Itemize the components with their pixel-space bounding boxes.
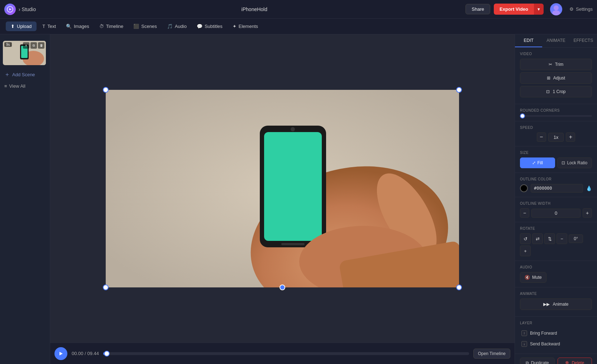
toolbar-elements[interactable]: ✦ Elements: [228, 21, 262, 31]
tab-effects[interactable]: EFFECTS: [570, 34, 597, 47]
rotate-section: ROTATE ↺ ⇄ ⇅ − 0° +: [515, 222, 597, 261]
tab-edit[interactable]: EDIT: [515, 34, 542, 47]
scenes-label: Scenes: [141, 24, 157, 29]
scene-delete-icon[interactable]: 🗑: [38, 42, 44, 49]
toolbar-upload[interactable]: ⬆ Upload: [6, 21, 37, 31]
delete-icon: 🗑: [565, 360, 569, 364]
toolbar-images[interactable]: 🔍 Images: [62, 21, 94, 31]
rotate-label: ROTATE: [520, 227, 592, 230]
handle-bottom-center[interactable]: [280, 285, 285, 290]
rotate-controls: ↺ ⇄ ⇅ − 0° +: [520, 233, 592, 256]
send-backward-button[interactable]: ↓ Send Backward: [520, 339, 592, 349]
animate-button[interactable]: ▶▶ Animate: [520, 299, 592, 310]
outline-width-decrease[interactable]: −: [520, 208, 529, 218]
scene-thumb-controls: ≡ ⧉ 🗑: [23, 42, 44, 49]
speed-controls: − 1x +: [520, 132, 592, 142]
toolbar-scenes[interactable]: ⬛ Scenes: [129, 21, 161, 31]
handle-bottom-left[interactable]: [103, 285, 109, 290]
canvas-frame[interactable]: [105, 89, 460, 288]
animate-btn-label: Animate: [553, 302, 568, 307]
animate-section-label: ANIMATE: [520, 292, 592, 296]
fill-button[interactable]: ⤢ Fill: [520, 157, 555, 168]
right-panel: EDIT ANIMATE EFFECTS VIDEO ✂ Trim ⊞ Adju…: [515, 34, 597, 364]
outline-width-value: 0: [531, 209, 581, 218]
audio-label: Audio: [175, 24, 187, 29]
duplicate-button[interactable]: ⧉ Duplicate: [520, 358, 555, 364]
share-button[interactable]: Share: [465, 4, 490, 14]
footer-actions: ⧉ Duplicate 🗑 Delete: [515, 354, 597, 364]
lock-ratio-button[interactable]: ⊡ Lock Ratio: [557, 157, 592, 168]
outline-width-increase[interactable]: +: [583, 208, 592, 218]
rounded-corners-slider-wrap: [520, 115, 592, 117]
speed-increase-button[interactable]: +: [566, 132, 575, 142]
rotate-ccw-button[interactable]: ↺: [520, 233, 531, 244]
timeline-thumb[interactable]: [104, 351, 110, 356]
add-scene-label: Add Scene: [12, 72, 35, 77]
tab-animate[interactable]: ANIMATE: [542, 34, 569, 47]
toolbar-text[interactable]: T Text: [38, 21, 60, 31]
scenes-icon: ⬛: [133, 24, 139, 29]
scene-list-icon[interactable]: ≡: [23, 42, 29, 49]
outline-width-stepper: − 0 +: [520, 208, 592, 218]
handle-top-left[interactable]: [103, 87, 109, 93]
current-time: 00.00: [72, 351, 83, 356]
trim-button[interactable]: ✂ Trim: [520, 59, 592, 70]
timeline-track[interactable]: [103, 352, 469, 355]
elements-icon: ✦: [233, 24, 237, 29]
settings-label: Settings: [576, 6, 593, 12]
subtitles-label: Subtitles: [205, 24, 223, 29]
rotate-degrees-decrease[interactable]: −: [557, 233, 567, 244]
crop-icon: ⊡: [546, 89, 550, 94]
handle-top-right[interactable]: [456, 87, 462, 93]
canvas-video: [106, 90, 459, 287]
toolbar-subtitles[interactable]: 💬 Subtitles: [192, 21, 227, 31]
view-all-button[interactable]: ≡ View All: [0, 81, 50, 91]
adjust-button[interactable]: ⊞ Adjust: [520, 72, 592, 84]
logo-icon: [4, 4, 16, 15]
trim-icon: ✂: [549, 62, 552, 67]
upload-icon: ⬆: [11, 24, 15, 29]
crop-label: 1 Crop: [553, 89, 565, 94]
rounded-corners-slider[interactable]: [520, 115, 592, 117]
eyedropper-icon[interactable]: 💧: [586, 185, 592, 191]
bring-forward-label: Bring Forward: [530, 331, 557, 336]
canvas-area: 00.00 / 09.44 Open Timeline: [50, 34, 515, 364]
animate-section: ANIMATE ▶▶ Animate: [515, 287, 597, 317]
gear-icon: ⚙: [569, 6, 574, 12]
panel-tabs: EDIT ANIMATE EFFECTS: [515, 34, 597, 48]
toolbar-audio[interactable]: 🎵 Audio: [163, 21, 191, 31]
svg-rect-15: [281, 243, 305, 245]
delete-button[interactable]: 🗑 Delete: [558, 358, 592, 364]
duplicate-icon: ⧉: [526, 360, 529, 364]
crop-button[interactable]: ⊡ 1 Crop: [520, 86, 592, 97]
export-dropdown-button[interactable]: ▾: [534, 4, 544, 15]
export-button[interactable]: Export Video: [494, 4, 534, 15]
add-scene-button[interactable]: ＋ Add Scene: [0, 68, 50, 81]
view-all-icon: ≡: [4, 83, 7, 89]
bring-forward-button[interactable]: ↑ Bring Forward: [520, 328, 592, 339]
toolbar-timeline[interactable]: ⏱ Timeline: [95, 21, 128, 31]
rotate-degrees-value: 0°: [569, 234, 583, 243]
size-label: SIZE: [520, 151, 592, 155]
project-title: iPhoneHold: [43, 6, 465, 12]
rotate-flip-h-button[interactable]: ⇄: [532, 233, 543, 244]
rotate-flip-v-button[interactable]: ⇅: [544, 233, 555, 244]
outline-color-label: OUTLINE COLOR: [520, 177, 592, 181]
time-display: 00.00 / 09.44: [72, 351, 99, 356]
scene-thumbnail[interactable]: 9s ≡ ⧉ 🗑: [3, 41, 47, 65]
settings-button[interactable]: ⚙ Settings: [569, 6, 593, 12]
trim-label: Trim: [555, 62, 564, 67]
speed-decrease-button[interactable]: −: [537, 132, 546, 142]
rotate-degrees-increase[interactable]: +: [520, 246, 531, 256]
play-button[interactable]: [54, 347, 67, 360]
fill-icon: ⤢: [532, 160, 536, 165]
mute-button[interactable]: 🔇 Mute: [520, 272, 546, 283]
bring-forward-icon: ↑: [521, 330, 527, 336]
export-button-wrap: Export Video ▾: [494, 4, 544, 15]
handle-bottom-right[interactable]: [456, 285, 462, 290]
open-timeline-button[interactable]: Open Timeline: [473, 349, 510, 359]
topbar: › Studio iPhoneHold Share Export Video ▾…: [0, 0, 597, 19]
scene-copy-icon[interactable]: ⧉: [30, 42, 37, 49]
total-time: 09.44: [87, 351, 99, 356]
outline-color-swatch[interactable]: [520, 184, 528, 192]
